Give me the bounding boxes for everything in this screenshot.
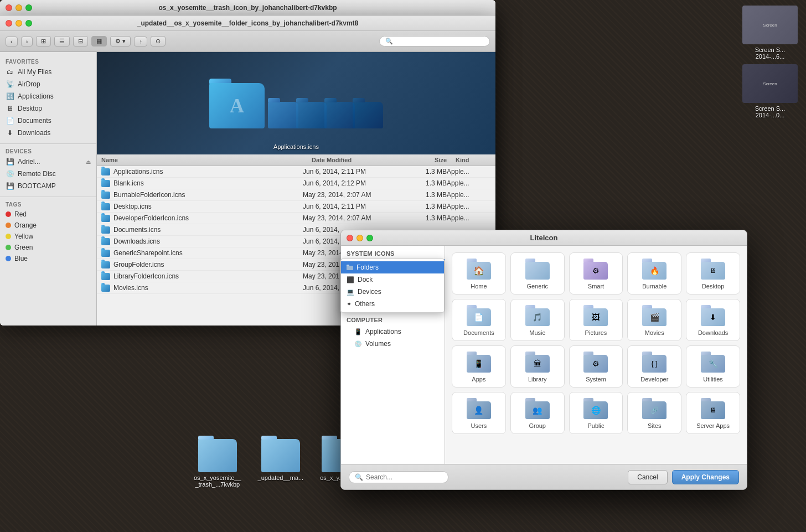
dialog-minimize-btn[interactable] <box>356 235 363 241</box>
panel-item-applications-comp[interactable]: 📱 Applications <box>341 326 445 338</box>
icon-cell-documents[interactable]: 📄 Documents <box>452 299 506 341</box>
sidebar-item-applications[interactable]: 🔣 Applications <box>0 90 96 102</box>
file-row-applications[interactable]: Applications.icns Jun 6, 2014, 2:11 PM 1… <box>97 166 495 178</box>
col-header-name[interactable]: Name <box>97 154 307 166</box>
sidebar-item-downloads[interactable]: ⬇ Downloads <box>0 127 96 139</box>
sidebar-item-orange[interactable]: Orange <box>0 220 96 231</box>
sidebar-item-documents[interactable]: 📄 Documents <box>0 115 96 127</box>
remote-disc-icon: 💿 <box>6 169 14 178</box>
liteiicon-search-input[interactable] <box>366 473 443 481</box>
file-row-desktop[interactable]: Desktop.icns Jun 6, 2014, 2:11 PM 1.3 MB… <box>97 201 495 213</box>
file-row-blank[interactable]: Blank.icns Jun 6, 2014, 2:12 PM 1.3 MB A… <box>97 178 495 189</box>
icon-cell-pictures[interactable]: 🖼 Pictures <box>569 299 623 341</box>
window-buttons-back <box>6 4 32 11</box>
col-header-date[interactable]: Date Modified <box>307 154 407 166</box>
sidebar-item-desktop[interactable]: 🖥 Desktop <box>0 102 96 115</box>
search-box-finder[interactable]: 🔍 <box>379 36 490 47</box>
file-name-group: GroupFolder.icns <box>113 261 303 268</box>
computer-section: COMPUTER 📱 Applications 💿 Volumes <box>341 312 445 350</box>
popup-item-others[interactable]: ✦ Others <box>341 298 444 310</box>
close-btn-front[interactable] <box>6 20 12 27</box>
popup-item-dock[interactable]: ⬛ Dock <box>341 273 444 286</box>
icon-cell-developer[interactable]: { } Developer <box>627 345 681 388</box>
sidebar-item-green[interactable]: Green <box>0 242 96 253</box>
apply-changes-button[interactable]: Apply Changes <box>672 470 739 484</box>
view-action-btn[interactable]: ⚙ ▾ <box>110 36 131 47</box>
sidebar-item-remote-disc[interactable]: 💿 Remote Disc <box>0 168 96 180</box>
file-row-burnable[interactable]: BurnableFolderIcon.icns May 23, 2014, 2:… <box>97 189 495 201</box>
popup-item-folders[interactable]: Folders <box>341 261 444 273</box>
icon-label-burnable: Burnable <box>642 283 666 290</box>
folder-icon-blank <box>101 180 110 187</box>
close-btn-back[interactable] <box>6 4 12 11</box>
view-column-btn[interactable]: ⊟ <box>73 36 88 47</box>
folder-icon-library <box>101 273 110 280</box>
share-btn[interactable]: ↑ <box>134 37 147 47</box>
file-row-developer[interactable]: DeveloperFolderIcon.icns May 23, 2014, 2… <box>97 213 495 224</box>
maximize-btn-front[interactable] <box>25 20 32 27</box>
sidebar-item-blue[interactable]: Blue <box>0 253 96 264</box>
file-name-developer: DeveloperFolderIcon.icns <box>113 214 303 222</box>
icon-cell-group[interactable]: 👥 Group <box>510 392 565 434</box>
eject-icon[interactable]: ⏏ <box>86 159 91 165</box>
icon-cell-system[interactable]: ⚙ System <box>569 345 623 388</box>
popup-item-devices[interactable]: 💻 Devices <box>341 286 444 298</box>
icon-label-server-apps: Server Apps <box>696 422 730 429</box>
sidebar-item-bootcamp[interactable]: 💾 BOOTCAMP <box>0 180 96 192</box>
icon-cell-apps[interactable]: 📱 Apps <box>452 345 506 388</box>
desktop-folder-updated[interactable]: _updated__ma... <box>258 439 304 488</box>
forward-btn[interactable]: › <box>21 37 33 47</box>
panel-item-volumes[interactable]: 💿 Volumes <box>341 338 445 350</box>
icon-cell-movies[interactable]: 🎬 Movies <box>627 299 681 341</box>
icon-cell-home[interactable]: 🏠 Home <box>452 252 506 295</box>
icon-cell-server-apps[interactable]: 🖥 Server Apps <box>686 392 740 434</box>
view-icon-btn[interactable]: ⊞ <box>36 36 51 47</box>
back-btn[interactable]: ‹ <box>6 37 18 47</box>
liteiicon-search-box[interactable]: 🔍 <box>349 471 448 483</box>
documents-icon: 📄 <box>6 116 14 125</box>
icon-cell-downloads[interactable]: ⬇ Downloads <box>686 299 740 341</box>
dialog-maximize-btn[interactable] <box>366 235 373 241</box>
icon-cell-burnable[interactable]: 🔥 Burnable <box>627 252 681 295</box>
cancel-button[interactable]: Cancel <box>628 470 667 484</box>
minimize-btn-back[interactable] <box>16 4 22 11</box>
sidebar-item-all-my-files[interactable]: 🗂 All My Files <box>0 66 96 78</box>
dialog-close-btn[interactable] <box>347 235 353 241</box>
file-name-downloads: Downloads.icns <box>113 237 303 245</box>
icon-cell-smart[interactable]: ⚙ Smart <box>569 252 623 295</box>
folders-popup: Folders ⬛ Dock 💻 Devices ✦ Others <box>340 259 445 313</box>
finder-titlebar-front: _updated__os_x_yosemite__folder_icons_by… <box>0 16 495 31</box>
maximize-btn-back[interactable] <box>25 4 32 11</box>
icon-cell-utilities[interactable]: 🔧 Utilities <box>686 345 740 388</box>
sidebar-label-adriel: Adriel... <box>18 158 40 166</box>
sidebar-item-red[interactable]: Red <box>0 209 96 220</box>
sidebar-item-yellow[interactable]: Yellow <box>0 231 96 242</box>
sidebar-item-adriel[interactable]: 💾 Adriel... ⏏ <box>0 156 96 168</box>
minimize-btn-front[interactable] <box>16 20 22 27</box>
file-name-desktop: Desktop.icns <box>113 203 303 210</box>
view-cover-btn[interactable]: ▦ <box>91 36 107 47</box>
icon-cell-library[interactable]: 🏛 Library <box>510 345 565 388</box>
icon-cell-users[interactable]: 👤 Users <box>452 392 506 434</box>
view-list-btn[interactable]: ☰ <box>54 36 70 47</box>
file-name-documents: Documents.icns <box>113 226 303 234</box>
desktop-icon-label-1: Screen S...2014-...6... <box>740 47 800 60</box>
icon-cell-desktop[interactable]: 🖥 Desktop <box>686 252 740 295</box>
icon-cell-music[interactable]: 🎵 Music <box>510 299 565 341</box>
icon-cell-sites[interactable]: 🔗 Sites <box>627 392 681 434</box>
finder-toolbar: ‹ › ⊞ ☰ ⊟ ▦ ⚙ ▾ ↑ ⊙ 🔍 <box>0 31 495 52</box>
icon-cell-generic[interactable]: Generic <box>510 252 565 295</box>
folder-icon-documents <box>101 226 110 234</box>
file-name-blank: Blank.icns <box>113 179 303 187</box>
desktop-folder-trash[interactable]: os_x_yosemite___trash_...7kvkbp <box>194 439 241 488</box>
desktop-icon-screenshot2[interactable]: Screen Screen S...2014-...0... <box>740 64 800 118</box>
folder-icon-downloads <box>101 238 110 245</box>
search-magnifier-icon: 🔍 <box>355 473 363 481</box>
icon-cell-public[interactable]: 🌐 Public <box>569 392 623 434</box>
col-header-kind[interactable]: Kind <box>451 154 495 166</box>
desktop-icon-screenshot1[interactable]: Screen Screen S...2014-...6... <box>740 6 800 60</box>
tag-btn[interactable]: ⊙ <box>151 36 166 47</box>
sidebar-item-airdrop[interactable]: 📡 AirDrop <box>0 78 96 90</box>
col-header-size[interactable]: Size <box>407 154 451 166</box>
sidebar-label-blue: Blue <box>14 255 28 262</box>
